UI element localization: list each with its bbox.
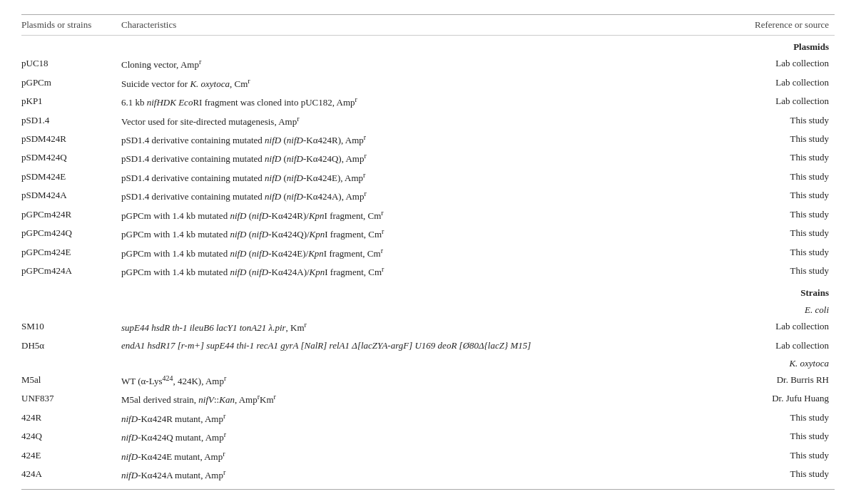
strain-reference: Lab collection bbox=[720, 337, 835, 354]
strain-reference: Lab collection bbox=[720, 318, 835, 336]
strain-characteristics: WT (α-Lys424, 424K), Ampr bbox=[121, 371, 720, 390]
strain-characteristics: Vector used for site-directed mutagenesi… bbox=[121, 112, 720, 130]
strain-reference: This study bbox=[720, 409, 835, 428]
strain-characteristics: M5al derived strain, nifV::Kan, AmprKmr bbox=[121, 390, 720, 408]
plasmids-strains-table: Plasmids or strains Characteristics Refe… bbox=[21, 14, 835, 490]
strain-name: pGPCm424R bbox=[21, 206, 121, 225]
strain-name: pGPCm bbox=[21, 74, 121, 93]
strain-name: pSD1.4 bbox=[21, 112, 121, 130]
section-header: Strains bbox=[21, 282, 835, 301]
strain-name: M5al bbox=[21, 371, 121, 390]
strain-name: pSDM424R bbox=[21, 130, 121, 149]
strain-characteristics: endA1 hsdR17 [r-m+] supE44 thi-1 recA1 g… bbox=[121, 337, 720, 354]
strain-characteristics: nifD-Kα424Q mutant, Ampr bbox=[121, 428, 720, 446]
strain-characteristics: pSD1.4 derivative containing mutated nif… bbox=[121, 149, 720, 168]
strain-reference: This study bbox=[720, 466, 835, 489]
strain-reference: Dr. Burris RH bbox=[720, 371, 835, 390]
strain-reference: Dr. Jufu Huang bbox=[720, 390, 835, 408]
section-header: Plasmids bbox=[21, 36, 835, 56]
strain-reference: Lab collection bbox=[720, 93, 835, 111]
strain-characteristics: nifD-Kα424A mutant, Ampr bbox=[121, 466, 720, 489]
strain-characteristics: pGPCm with 1.4 kb mutated nifD (nifD-Kα4… bbox=[121, 225, 720, 243]
strain-reference: This study bbox=[720, 428, 835, 446]
strain-reference: This study bbox=[720, 244, 835, 262]
strain-name: pUC18 bbox=[21, 55, 121, 73]
strain-reference: This study bbox=[720, 447, 835, 466]
strain-characteristics: pGPCm with 1.4 kb mutated nifD (nifD-Kα4… bbox=[121, 244, 720, 262]
strain-reference: This study bbox=[720, 206, 835, 225]
strain-name: DH5α bbox=[21, 337, 121, 354]
strain-reference: Lab collection bbox=[720, 55, 835, 73]
strain-name: 424R bbox=[21, 409, 121, 428]
strain-name: pGPCm424A bbox=[21, 262, 121, 281]
strain-name: pSDM424A bbox=[21, 187, 121, 205]
strain-name: SM10 bbox=[21, 318, 121, 336]
strain-name: pKP1 bbox=[21, 93, 121, 111]
strain-reference: This study bbox=[720, 262, 835, 281]
strain-reference: This study bbox=[720, 130, 835, 149]
strain-reference: This study bbox=[720, 225, 835, 243]
strain-characteristics: nifD-Kα424E mutant, Ampr bbox=[121, 447, 720, 466]
strain-reference: This study bbox=[720, 168, 835, 187]
strain-name: pSDM424E bbox=[21, 168, 121, 187]
strain-name: UNF837 bbox=[21, 390, 121, 408]
subsection-header: E. coli bbox=[21, 301, 835, 318]
strain-characteristics: pSD1.4 derivative containing mutated nif… bbox=[121, 168, 720, 187]
strain-characteristics: Suicide vector for K. oxytoca, Cmr bbox=[121, 74, 720, 93]
strain-name: 424E bbox=[21, 447, 121, 466]
strain-characteristics: pSD1.4 derivative containing mutated nif… bbox=[121, 130, 720, 149]
header-reference: Reference or source bbox=[720, 15, 835, 36]
strain-characteristics: pGPCm with 1.4 kb mutated nifD (nifD-Kα4… bbox=[121, 262, 720, 281]
header-name: Plasmids or strains bbox=[21, 15, 121, 36]
strain-reference: This study bbox=[720, 149, 835, 168]
strain-characteristics: pGPCm with 1.4 kb mutated nifD (nifD-Kα4… bbox=[121, 206, 720, 225]
strain-characteristics: pSD1.4 derivative containing mutated nif… bbox=[121, 187, 720, 205]
strain-reference: Lab collection bbox=[720, 74, 835, 93]
subsection-header: K. oxytoca bbox=[21, 354, 835, 371]
strain-name: pGPCm424E bbox=[21, 244, 121, 262]
strain-name: 424Q bbox=[21, 428, 121, 446]
strain-name: pGPCm424Q bbox=[21, 225, 121, 243]
strain-reference: This study bbox=[720, 187, 835, 205]
strain-name: pSDM424Q bbox=[21, 149, 121, 168]
strain-characteristics: nifD-Kα424R mutant, Ampr bbox=[121, 409, 720, 428]
strain-name: 424A bbox=[21, 466, 121, 489]
strain-characteristics: 6.1 kb nifHDK EcoRI fragment was cloned … bbox=[121, 93, 720, 111]
header-characteristics: Characteristics bbox=[121, 15, 720, 36]
strain-characteristics: Cloning vector, Ampr bbox=[121, 55, 720, 73]
strain-characteristics: supE44 hsdR th-1 ileuB6 lacY1 tonA21 λ.p… bbox=[121, 318, 720, 336]
strain-reference: This study bbox=[720, 112, 835, 130]
